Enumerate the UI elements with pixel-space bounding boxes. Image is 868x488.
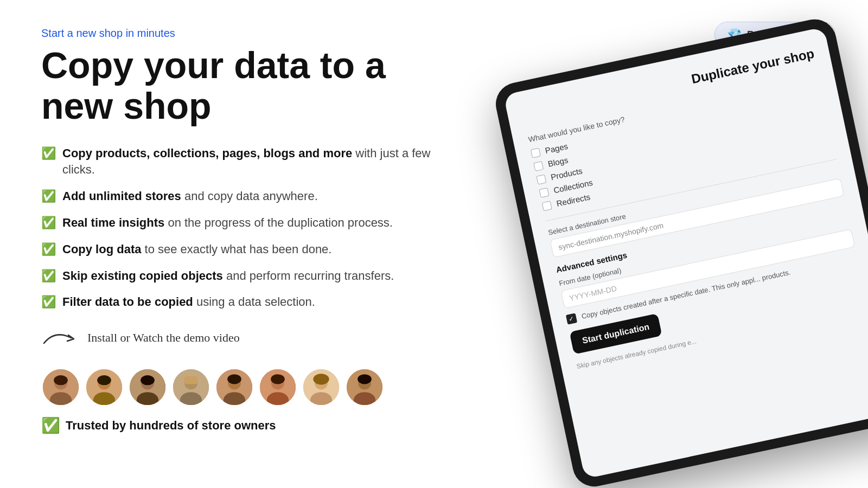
avatar-8	[345, 368, 384, 407]
svg-point-7	[97, 375, 111, 385]
main-heading: Copy your data to a new shop	[41, 45, 448, 126]
trusted-row: ✅ Trusted by hundreds of store owners	[41, 416, 448, 434]
demo-text: Install or Watch the demo video	[87, 331, 240, 345]
feature-text-5: Skip existing copied objects and perform…	[62, 268, 394, 285]
feature-item-1: ✅ Copy products, collections, pages, blo…	[41, 145, 448, 179]
feature-text-4: Copy log data to see exactly what has be…	[62, 241, 331, 258]
checkbox-collections	[539, 187, 549, 197]
check-icon-5: ✅	[41, 268, 56, 285]
feature-item-3: ✅ Real time insights on the progress of …	[41, 215, 448, 232]
svg-point-3	[54, 375, 68, 385]
feature-text-1: Copy products, collections, pages, blogs…	[62, 145, 448, 179]
checkbox-pages	[531, 147, 541, 158]
avatar-7	[302, 368, 341, 407]
feature-item-4: ✅ Copy log data to see exactly what has …	[41, 241, 448, 258]
check-icon-2: ✅	[41, 188, 56, 205]
feature-item-5: ✅ Skip existing copied objects and perfo…	[41, 268, 448, 285]
checkbox-blogs	[533, 161, 544, 171]
left-panel: Start a new shop in minutes Copy your da…	[41, 27, 448, 434]
avatars-row	[41, 368, 448, 407]
checkbox-skip-checked: ✓	[566, 313, 577, 324]
arrow-icon	[41, 327, 79, 349]
trusted-badge-icon: ✅	[41, 416, 60, 434]
avatar-2	[85, 368, 124, 407]
svg-point-27	[313, 374, 329, 384]
avatar-1	[41, 368, 80, 407]
check-icon-4: ✅	[41, 241, 56, 258]
check-icon-3: ✅	[41, 215, 56, 232]
feature-item-6: ✅ Filter data to be copied using a data …	[41, 294, 448, 311]
svg-point-31	[358, 374, 372, 384]
demo-label: Install or Watch the demo video	[41, 327, 240, 349]
svg-point-23	[271, 374, 285, 384]
label-products: Products	[550, 166, 583, 182]
avatar-4	[171, 368, 210, 407]
device-outer: Duplicate your shop What would you like …	[492, 15, 868, 488]
feature-item-2: ✅ Add unlimited stores and copy data any…	[41, 188, 448, 205]
trusted-label: Trusted by hundreds of store owners	[66, 419, 276, 433]
avatar-5	[215, 368, 254, 407]
avatar-3	[128, 368, 167, 407]
check-icon-6: ✅	[41, 294, 56, 311]
svg-point-11	[141, 375, 155, 385]
svg-rect-15	[184, 376, 198, 384]
feature-text-3: Real time insights on the progress of th…	[62, 215, 393, 232]
features-list: ✅ Copy products, collections, pages, blo…	[41, 145, 448, 311]
avatar-6	[258, 368, 297, 407]
device-mockup: Duplicate your shop What would you like …	[492, 9, 868, 488]
svg-point-19	[227, 374, 241, 384]
check-icon-1: ✅	[41, 145, 56, 162]
feature-text-6: Filter data to be copied using a data se…	[62, 294, 315, 311]
feature-text-2: Add unlimited stores and copy data anywh…	[62, 188, 318, 205]
tagline: Start a new shop in minutes	[41, 27, 448, 40]
label-blogs: Blogs	[547, 155, 569, 168]
demo-section: Install or Watch the demo video	[41, 327, 448, 349]
label-pages: Pages	[544, 142, 569, 155]
checkbox-products	[536, 174, 546, 184]
device-screen: Duplicate your shop What would you like …	[503, 27, 868, 479]
checkbox-redirects	[542, 201, 552, 211]
label-redirects: Redirects	[556, 192, 591, 208]
